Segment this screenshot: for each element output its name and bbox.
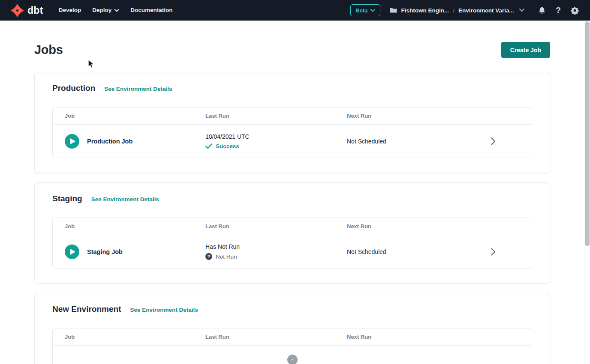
page-title: Jobs [34,43,63,57]
see-environment-details-link[interactable]: See Environment Details [91,196,159,203]
table-header-row: Job Last Run Next Run [53,328,532,346]
play-icon [70,138,75,144]
settings-gear-icon[interactable] [571,6,579,15]
chevron-down-icon [370,9,375,12]
nav-item-label: Develop [59,0,81,21]
environment-card-staging: Staging See Environment Details Job Last… [34,182,550,283]
column-header-next-run: Next Run [347,113,455,119]
jobs-table: Job Last Run Next Run Production Job 10/… [52,107,532,158]
check-icon [205,143,212,149]
run-status-label: Success [216,143,239,149]
column-header-job: Job [53,223,205,230]
scrollbar-thumb[interactable] [585,21,590,246]
help-glyph: ? [556,6,561,15]
main-menu: Develop Deploy Documentation [59,0,173,21]
breadcrumb-page[interactable]: Environment Varia... [458,7,514,14]
see-environment-details-link[interactable]: See Environment Details [130,307,198,313]
top-nav: dbt Develop Deploy Documentation Beta [0,0,590,21]
run-status-label: Not Run [216,254,237,260]
environment-name: Staging [52,194,82,203]
last-run-date: 10/04/2021 UTC [205,133,347,140]
jobs-table: Job Last Run Next Run Staging Job Has No… [52,218,532,269]
job-name: Staging Job [87,248,123,255]
breadcrumb-project[interactable]: Fishtown Engin... [401,7,449,14]
notifications-bell-icon[interactable] [538,6,546,15]
run-status: Success [205,143,347,149]
environment-name: New Environment [52,304,121,314]
environment-card-production: Production See Environment Details Job L… [34,72,550,173]
column-header-job: Job [53,113,205,119]
environment-card-new-environment: New Environment See Environment Details … [34,293,550,364]
next-run-value: Not Scheduled [347,138,455,145]
breadcrumb-separator: / [453,7,455,14]
column-header-next-run: Next Run [347,223,455,230]
column-header-next-run: Next Run [347,334,455,340]
run-job-play-button[interactable] [65,245,79,259]
question-circle-icon: ? [205,253,212,260]
job-row-production[interactable]: Production Job 10/04/2021 UTC Success No… [53,125,532,158]
column-header-last-run: Last Run [205,113,347,119]
environment-name: Production [52,84,95,93]
vertical-scrollbar[interactable] [584,21,590,364]
play-icon [70,249,75,255]
column-header-last-run: Last Run [205,223,347,230]
dbt-logo-text: dbt [27,5,43,16]
folder-icon [390,7,397,13]
chevron-down-icon [519,9,524,12]
nav-item-documentation[interactable]: Documentation [130,0,172,21]
table-header-row: Job Last Run Next Run [53,107,532,125]
empty-jobs-state [53,346,532,364]
breadcrumb[interactable]: Fishtown Engin... / Environment Varia... [390,7,524,14]
nav-item-label: Documentation [130,0,172,21]
chevron-right-icon[interactable] [491,248,496,256]
beta-dropdown-button[interactable]: Beta [350,4,380,16]
beta-label: Beta [355,7,367,14]
nav-item-deploy[interactable]: Deploy [92,0,119,21]
run-status: ? Not Run [205,253,347,260]
table-header-row: Job Last Run Next Run [53,218,532,235]
chevron-down-icon [114,9,119,12]
dbt-logo-icon [10,3,24,18]
nav-item-label: Deploy [92,0,111,21]
page-header: Jobs Create Job [34,42,550,58]
help-icon[interactable]: ? [556,6,561,15]
run-job-play-button[interactable] [65,134,79,149]
column-header-job: Job [53,334,205,340]
next-run-value: Not Scheduled [347,248,455,255]
job-name: Production Job [87,138,132,145]
empty-state-icon [287,355,298,364]
nav-item-develop[interactable]: Develop [59,0,81,21]
dbt-logo[interactable]: dbt [10,3,43,18]
chevron-right-icon[interactable] [491,137,496,145]
jobs-page: Jobs Create Job Production See Environme… [0,21,584,364]
see-environment-details-link[interactable]: See Environment Details [104,86,172,92]
last-run-date: Has Not Run [205,243,347,250]
jobs-table: Job Last Run Next Run [52,328,532,364]
job-row-staging[interactable]: Staging Job Has Not Run ? Not Run Not Sc… [53,235,532,268]
column-header-last-run: Last Run [205,334,347,340]
nav-icon-group: ? [538,6,579,15]
create-job-button[interactable]: Create Job [501,42,550,58]
